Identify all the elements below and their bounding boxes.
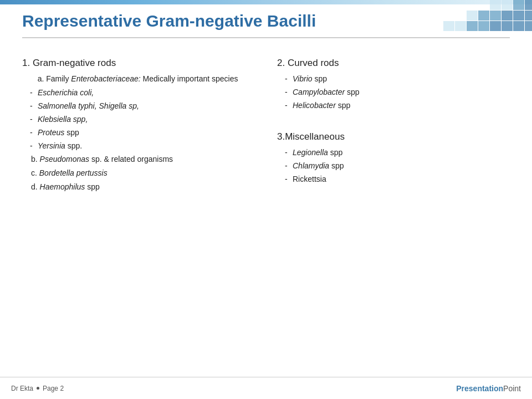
section1-sub-c: c. Bordetella pertussis xyxy=(31,167,255,179)
slide-title: Representative Gram-negative Bacilli xyxy=(22,10,510,38)
brand-light: Point xyxy=(503,384,521,393)
section1-sub-a: a. Family Enterobacteriaceae: Medically … xyxy=(31,73,255,85)
bullet-chlamydia: Chlamydia spp xyxy=(293,160,510,172)
bullet-yersinia: Yersinia spp. xyxy=(38,140,255,152)
section3-block: 3.Miscellaneous Legionella spp Chlamydia… xyxy=(277,131,510,185)
bullet-helicobacter: Helicobacter spp xyxy=(293,100,510,111)
footer-author: Dr Ekta xyxy=(11,385,33,392)
bullet-legionella: Legionella spp xyxy=(293,147,510,158)
brand-bold: Presentation xyxy=(456,384,503,393)
title-section: Representative Gram-negative Bacilli xyxy=(22,10,510,38)
right-column: 2. Curved rods Vibrio spp Campylobacter … xyxy=(277,55,510,366)
bullet-proteus: Proteus spp xyxy=(38,127,255,139)
bullet-campylobacter: Campylobacter spp xyxy=(293,86,510,98)
section1-block: 1. Gram-negative rods a. Family Enteroba… xyxy=(22,58,255,193)
left-column: 1. Gram-negative rods a. Family Enteroba… xyxy=(22,55,255,366)
bullet-ecoli: Escherichia coli, xyxy=(38,87,255,99)
bullet-klebsiella: Klebsiella spp, xyxy=(38,114,255,125)
section1-sub-d: d. Haemophilus spp xyxy=(31,181,255,193)
footer-left: Dr Ekta Page 2 xyxy=(11,385,64,392)
footer-dot xyxy=(37,387,39,390)
footer-brand: PresentationPoint xyxy=(456,384,521,393)
bullet-salmonella: Salmonella typhi, Shigella sp, xyxy=(38,100,255,112)
bottom-bar: Dr Ekta Page 2 PresentationPoint xyxy=(0,377,532,399)
bullet-rickettsia: Rickettsia xyxy=(293,173,510,185)
section3-header: 3.Miscellaneous xyxy=(277,131,510,142)
section1-header: 1. Gram-negative rods xyxy=(22,58,255,69)
section2-block: 2. Curved rods Vibrio spp Campylobacter … xyxy=(277,58,510,111)
section1-sub-b: b. Pseudomonas sp. & related organisms xyxy=(31,154,255,165)
bullet-vibrio: Vibrio spp xyxy=(293,73,510,85)
section2-header: 2. Curved rods xyxy=(277,58,510,69)
footer-page: Page 2 xyxy=(43,385,64,392)
content-area: 1. Gram-negative rods a. Family Enteroba… xyxy=(22,55,510,366)
